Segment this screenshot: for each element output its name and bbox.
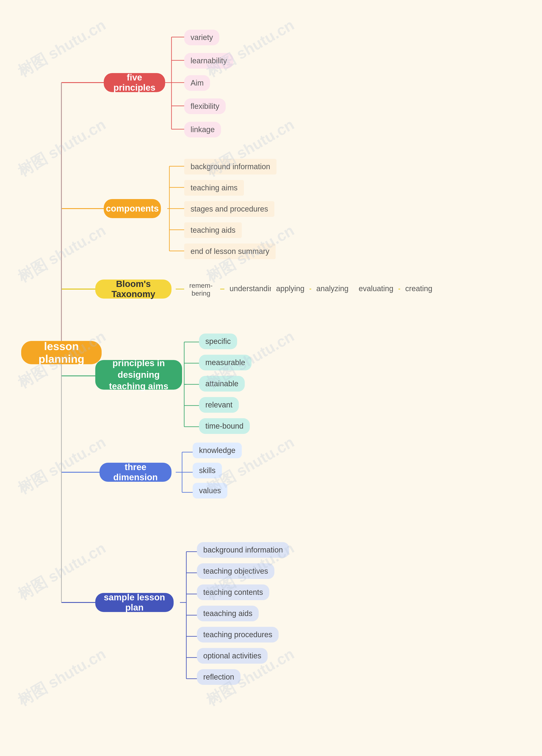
watermark-2: 树图 shutu.cn [203,15,298,82]
bloom-understanding-label: understanding [230,284,278,293]
leaf-flexibility: flexibility [184,98,226,114]
leaf-stages-label: stages and procedures [191,205,268,213]
sample-node: sample lesson plan [95,593,174,612]
bloom-analyzing: analyzing [311,282,354,296]
leaf-teaching-objectives: teaching objectives [197,563,274,579]
central-label: lesson planning [33,340,90,365]
leaf-relevant-label: relevant [205,400,232,409]
leaf-attainable-label: attainable [205,379,238,388]
watermark-9: 树图 shutu.cn [14,432,109,499]
leaf-bg-info-1-label: background information [191,162,270,171]
leaf-relevant: relevant [199,397,239,413]
leaf-variety-label: variety [191,33,213,42]
leaf-measurable: measurable [199,355,252,370]
leaf-knowledge-label: knowledge [199,446,235,455]
bloom-applying: applying [271,282,310,296]
three-dim-node: three dimension [100,463,171,482]
leaf-bg-info-2-label: background information [203,546,283,554]
leaf-optional-activities-label: optional activities [203,651,261,660]
leaf-linkage-label: linkage [191,125,215,134]
bloom-analyzing-label: analyzing [316,284,348,293]
leaf-reflection-label: reflection [203,673,234,681]
leaf-teaching-contents-label: teaching contents [203,588,263,597]
leaf-time-bound-label: time-bound [205,422,243,431]
components-label: components [106,204,159,214]
leaf-linkage: linkage [184,122,221,137]
bloom-evaluating: evaluating [354,282,398,296]
leaf-teaaching-aids-label: teaaching aids [203,609,252,618]
leaf-bg-info-2: background information [197,542,289,558]
leaf-specific-label: specific [205,337,231,346]
blooms-label: Bloom's Taxonomy [104,279,163,299]
leaf-teaching-aims-label: teaching aims [191,183,238,192]
leaf-teaching-aids-1-label: teaching aids [191,226,235,235]
three-dim-label: three dimension [108,462,163,482]
leaf-teaaching-aids: teaaching aids [197,606,259,621]
bloom-remembering: remem- bering [184,279,218,300]
five-principles-node: five principles [104,73,165,92]
bloom-applying-label: applying [276,284,304,293]
leaf-optional-activities: optional activities [197,648,268,664]
watermark-13: 树图 shutu.cn [14,644,109,710]
leaf-learnability-label: learnability [191,56,227,65]
leaf-skills-label: skills [199,466,216,475]
leaf-teaching-procedures: teaching procedures [197,627,279,642]
blooms-node: Bloom's Taxonomy [95,280,171,299]
bloom-creating: creating [400,282,437,296]
leaf-teaching-contents: teaching contents [197,584,269,600]
leaf-aim: Aim [184,75,210,91]
leaf-skills: skills [193,463,222,478]
five-principles-label: five principles [112,72,157,93]
leaf-specific: specific [199,334,237,349]
sample-label: sample lesson plan [104,592,165,613]
leaf-teaching-procedures-label: teaching procedures [203,630,272,639]
leaf-teaching-aids-1: teaching aids [184,222,242,238]
components-node: components [104,199,161,218]
leaf-measurable-label: measurable [205,358,245,367]
leaf-learnability: learnability [184,53,233,69]
bloom-remembering-label: remem- bering [189,282,213,297]
principles-label: principles in designing teaching aims [104,357,174,392]
principles-node: principles in designing teaching aims [95,360,182,390]
leaf-values: values [193,483,227,498]
leaf-attainable: attainable [199,376,245,392]
bloom-evaluating-label: evaluating [359,284,393,293]
watermark-11: 树图 shutu.cn [14,538,109,605]
leaf-variety: variety [184,30,219,45]
watermark-1: 树图 shutu.cn [14,15,109,82]
leaf-time-bound: time-bound [199,418,250,434]
leaf-end-summary: end of lesson summary [184,244,276,259]
central-node: lesson planning [21,341,102,364]
watermark-5: 树图 shutu.cn [14,220,109,287]
watermark-3: 树图 shutu.cn [14,114,109,181]
leaf-values-label: values [199,486,221,495]
leaf-teaching-objectives-label: teaching objectives [203,567,268,576]
leaf-knowledge: knowledge [193,443,242,458]
leaf-bg-info-1: background information [184,159,277,174]
bloom-creating-label: creating [405,284,432,293]
leaf-flexibility-label: flexibility [191,102,219,111]
leaf-end-summary-label: end of lesson summary [191,247,269,256]
leaf-reflection: reflection [197,669,241,685]
leaf-teaching-aims: teaching aims [184,180,244,196]
leaf-stages: stages and procedures [184,201,274,217]
leaf-aim-label: Aim [191,79,204,87]
